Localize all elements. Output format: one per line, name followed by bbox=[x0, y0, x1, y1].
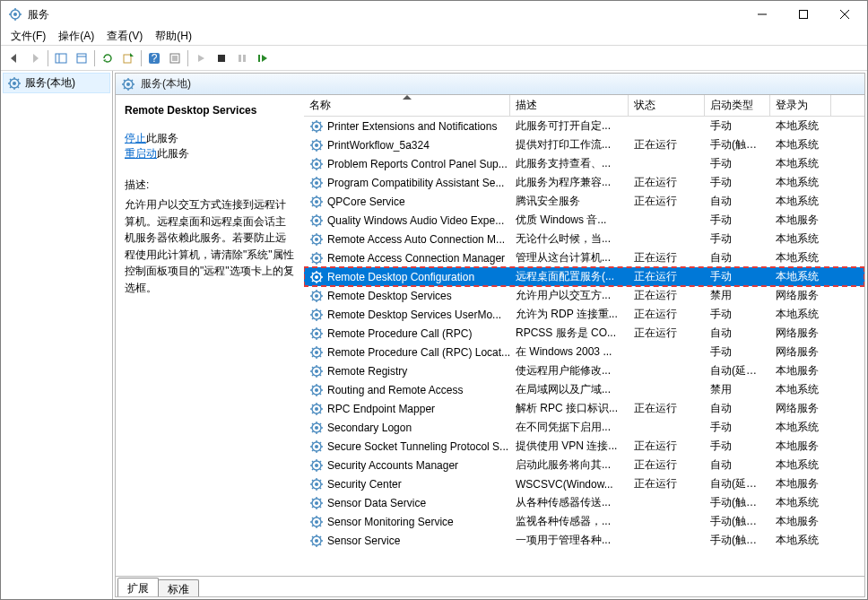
svg-line-280 bbox=[320, 536, 322, 538]
stop-link[interactable]: 停止 bbox=[125, 132, 146, 144]
maximize-button[interactable] bbox=[783, 1, 824, 28]
cell-description: 在不同凭据下启用... bbox=[510, 420, 629, 435]
svg-line-179 bbox=[312, 355, 314, 357]
service-row[interactable]: Secure Socket Tunneling Protocol S...提供使… bbox=[304, 437, 864, 456]
svg-point-112 bbox=[315, 238, 318, 241]
export-list-button[interactable] bbox=[118, 48, 138, 68]
menu-action[interactable]: 操作(A) bbox=[52, 28, 100, 45]
service-name-text: Secure Socket Tunneling Protocol S... bbox=[327, 440, 508, 453]
cell-description: 此服务为程序兼容... bbox=[510, 175, 629, 190]
service-row[interactable]: PrintWorkflow_5a324提供对打印工作流...正在运行手动(触发.… bbox=[304, 135, 864, 154]
gear-icon bbox=[309, 345, 324, 360]
tab-extended[interactable]: 扩展 bbox=[117, 578, 159, 596]
tree-node-services-local[interactable]: 服务(本地) bbox=[3, 73, 110, 93]
svg-line-269 bbox=[312, 525, 314, 526]
svg-line-47 bbox=[124, 80, 126, 82]
service-row[interactable]: Remote Desktop Services允许用户以交互方...正在运行禁用… bbox=[304, 286, 864, 305]
svg-line-198 bbox=[320, 393, 322, 395]
svg-line-177 bbox=[312, 348, 314, 350]
service-name-text: Remote Procedure Call (RPC) bbox=[327, 327, 472, 340]
svg-point-102 bbox=[315, 219, 318, 222]
svg-line-89 bbox=[312, 186, 314, 187]
service-name-text: Remote Access Auto Connection M... bbox=[327, 233, 505, 246]
svg-line-128 bbox=[320, 261, 322, 263]
service-row[interactable]: Remote Desktop Services UserMo...允许为 RDP… bbox=[304, 305, 864, 324]
service-row[interactable]: Routing and Remote Access在局域网以及广域...禁用本地… bbox=[304, 380, 864, 399]
cell-logon: 本地系统 bbox=[770, 382, 831, 397]
gear-icon bbox=[309, 195, 324, 209]
service-row[interactable]: Sensor Data Service从各种传感器传送...手动(触发...本地… bbox=[304, 493, 864, 512]
svg-line-210 bbox=[320, 404, 322, 406]
menu-help[interactable]: 帮助(H) bbox=[149, 28, 198, 45]
service-row[interactable]: Program Compatibility Assistant Se...此服务… bbox=[304, 173, 864, 192]
start-service-button[interactable] bbox=[191, 48, 211, 68]
restart-service-button[interactable] bbox=[253, 48, 273, 68]
forward-button[interactable] bbox=[25, 48, 45, 68]
list-body[interactable]: Printer Extensions and Notifications此服务可… bbox=[304, 117, 864, 576]
svg-line-207 bbox=[312, 404, 314, 406]
svg-line-78 bbox=[320, 167, 322, 169]
close-button[interactable] bbox=[824, 1, 865, 28]
cell-logon: 本地系统 bbox=[770, 118, 831, 134]
gear-icon bbox=[309, 308, 324, 322]
help-button[interactable]: ? bbox=[144, 48, 164, 68]
svg-point-232 bbox=[315, 464, 318, 467]
column-header-logon[interactable]: 登录为 bbox=[770, 95, 831, 116]
service-name-text: Secondary Logon bbox=[327, 422, 412, 434]
svg-line-117 bbox=[312, 235, 314, 237]
service-row[interactable]: Remote Access Connection Manager管理从这台计算机… bbox=[304, 248, 864, 267]
cell-description: 使远程用户能修改... bbox=[510, 363, 629, 378]
svg-line-199 bbox=[312, 393, 314, 395]
svg-line-170 bbox=[320, 329, 322, 331]
restart-link[interactable]: 重启动 bbox=[125, 147, 157, 160]
properties-button[interactable] bbox=[165, 48, 185, 68]
service-row[interactable]: Security CenterWSCSVC(Window...正在运行自动(延迟… bbox=[304, 474, 864, 493]
svg-point-222 bbox=[315, 445, 318, 448]
svg-line-147 bbox=[312, 291, 314, 293]
menu-view[interactable]: 查看(V) bbox=[100, 28, 149, 45]
service-row[interactable]: Remote Access Auto Connection M...无论什么时候… bbox=[304, 230, 864, 248]
service-row[interactable]: Remote Procedure Call (RPC)RPCSS 服务是 CO.… bbox=[304, 324, 864, 343]
cell-name: Program Compatibility Assistant Se... bbox=[304, 176, 510, 190]
cell-startup: 手动(触发... bbox=[705, 137, 770, 152]
column-header-status[interactable]: 状态 bbox=[629, 95, 705, 116]
export-button[interactable] bbox=[72, 48, 91, 68]
service-row[interactable]: Quality Windows Audio Video Expe...优质 Wi… bbox=[304, 211, 864, 230]
svg-line-129 bbox=[312, 261, 314, 263]
service-row[interactable]: Remote Procedure Call (RPC) Locat...在 Wi… bbox=[304, 343, 864, 361]
column-header-description[interactable]: 描述 bbox=[510, 95, 629, 116]
cell-status: 正在运行 bbox=[629, 457, 705, 473]
pause-service-button[interactable] bbox=[232, 48, 252, 68]
service-row[interactable]: Remote Registry使远程用户能修改...自动(延迟...本地服务 bbox=[304, 361, 864, 380]
gear-icon bbox=[309, 176, 324, 190]
cell-name: Secure Socket Tunneling Protocol S... bbox=[304, 439, 510, 454]
service-row[interactable]: Printer Extensions and Notifications此服务可… bbox=[304, 117, 864, 135]
cell-status: 正在运行 bbox=[629, 401, 705, 416]
service-name-text: RPC Endpoint Mapper bbox=[327, 403, 435, 415]
service-row[interactable]: RPC Endpoint Mapper解析 RPC 接口标识...正在运行自动网… bbox=[304, 399, 864, 418]
show-hide-tree-button[interactable] bbox=[51, 48, 71, 68]
service-row[interactable]: Problem Reports Control Panel Sup...此服务支… bbox=[304, 154, 864, 173]
svg-line-149 bbox=[312, 299, 314, 300]
service-row[interactable]: Sensor Service一项用于管理各种...手动(触发...本地系统 bbox=[304, 531, 864, 550]
column-header-startup[interactable]: 启动类型 bbox=[705, 95, 770, 116]
stop-service-button[interactable] bbox=[212, 48, 231, 68]
column-header-name[interactable]: 名称 bbox=[304, 95, 510, 116]
svg-line-87 bbox=[312, 178, 314, 180]
titlebar: 服务 bbox=[1, 1, 867, 28]
service-row[interactable]: Remote Desktop Configuration远程桌面配置服务(...… bbox=[304, 267, 864, 286]
minimize-button[interactable] bbox=[742, 1, 783, 28]
svg-line-127 bbox=[312, 254, 314, 256]
service-row[interactable]: Security Accounts Manager启动此服务将向其...正在运行… bbox=[304, 456, 864, 474]
back-button[interactable] bbox=[4, 48, 24, 68]
svg-line-40 bbox=[18, 79, 20, 81]
svg-line-48 bbox=[132, 87, 134, 89]
refresh-button[interactable] bbox=[98, 48, 117, 68]
service-row[interactable]: QPCore Service腾讯安全服务正在运行自动本地系统 bbox=[304, 192, 864, 211]
service-row[interactable]: Sensor Monitoring Service监视各种传感器，...手动(触… bbox=[304, 512, 864, 531]
service-row[interactable]: Secondary Logon在不同凭据下启用...手动本地系统 bbox=[304, 418, 864, 437]
window-title: 服务 bbox=[28, 7, 742, 22]
tab-standard[interactable]: 标准 bbox=[158, 579, 199, 597]
svg-line-220 bbox=[320, 423, 322, 425]
menu-file[interactable]: 文件(F) bbox=[4, 28, 52, 45]
